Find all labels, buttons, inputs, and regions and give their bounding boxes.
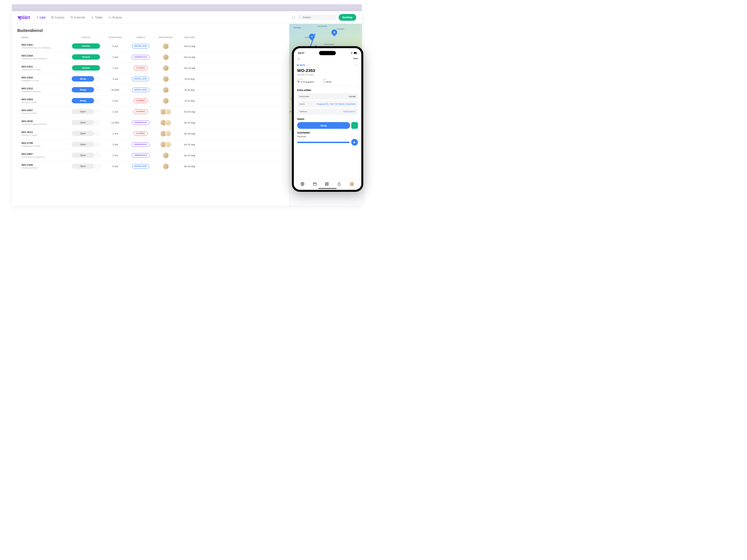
- status-advance-icon[interactable]: →: [95, 98, 100, 103]
- expand-icon[interactable]: [292, 16, 295, 19]
- star-icon[interactable]: ☆: [355, 63, 358, 67]
- status-pill[interactable]: Bezig: [72, 76, 94, 81]
- avatar: [163, 54, 169, 60]
- col-status: STATUS: [68, 36, 104, 38]
- avatar: [165, 119, 171, 126]
- status-pill[interactable]: Open: [72, 142, 94, 147]
- timer-icon[interactable]: [337, 182, 341, 186]
- globe-icon[interactable]: [301, 182, 305, 186]
- nav-tabs: LijstKanbanKalenderTijdlijnAnalyse: [36, 16, 286, 19]
- status-advance-icon[interactable]: →: [95, 142, 100, 147]
- back-button[interactable]: ←: [297, 57, 301, 61]
- backlog-button[interactable]: Backlog: [339, 14, 356, 21]
- table-row[interactable]: WO-2987Onderhoud zonneweringOpen→2 uurON…: [17, 150, 283, 161]
- status-pill[interactable]: Open: [72, 163, 94, 169]
- kalender-icon: [70, 16, 73, 19]
- planned-date: wo 16 aug: [184, 110, 195, 113]
- table-row[interactable]: WO-2339VloerverwarmingOpen→6 uurINSTALLA…: [17, 161, 283, 171]
- status-advance-icon[interactable]: →: [95, 87, 100, 92]
- status-button[interactable]: Bezig: [297, 122, 350, 129]
- row-subtitle: Storing CV ketel: [22, 134, 68, 136]
- status-advance-icon[interactable]: →: [95, 131, 100, 136]
- status-pill[interactable]: Gereed: [72, 44, 100, 49]
- avatar: [163, 152, 169, 158]
- search-box[interactable]: [297, 15, 336, 20]
- svg-point-2: [300, 17, 301, 18]
- analyse-icon: [108, 16, 111, 19]
- status-pill[interactable]: Open: [72, 131, 94, 136]
- table-row[interactable]: WO-2312Installatie zonweringBezig→3u 30m…: [17, 85, 283, 96]
- row-subtitle: Vloerverwarming 1e verdieping: [22, 47, 68, 49]
- table-row[interactable]: WO-2344Installatie CV ketelBezig→2 uurIN…: [17, 74, 283, 85]
- status-pill[interactable]: Open: [72, 120, 94, 125]
- svg-rect-5: [326, 183, 327, 184]
- table-row[interactable]: WO-2987Storing CV ketelOpen→2 uurSTORING…: [17, 106, 283, 117]
- table-row[interactable]: WO-3030Onderhoud waterontharderOpen→1u 3…: [17, 117, 283, 128]
- status-pill[interactable]: Bezig: [72, 98, 94, 103]
- col-plan: GEPLAND: [177, 36, 202, 38]
- avatar: [163, 65, 169, 71]
- avatars: [155, 87, 177, 93]
- next-status-button[interactable]: →: [351, 122, 358, 129]
- map-city: Sneek: [305, 36, 310, 38]
- avatars: [155, 152, 177, 158]
- status-advance-icon[interactable]: →: [95, 76, 100, 81]
- row-title: WO-3030: [22, 119, 68, 123]
- status-advance-icon[interactable]: →: [95, 109, 100, 114]
- status-pill[interactable]: Bezig: [72, 87, 94, 92]
- status-pill[interactable]: Open: [72, 153, 94, 158]
- map-city: Leeuwarden: [317, 25, 328, 27]
- row-title: WO-2312: [22, 87, 68, 90]
- extra-field[interactable]: Telefoon+3161514711: [297, 108, 358, 115]
- label-pill: STORING: [134, 66, 148, 70]
- status-pill[interactable]: Gereed: [72, 65, 100, 71]
- profile-avatar[interactable]: [349, 182, 354, 186]
- table-row[interactable]: WO-2344Onderhoud waterontharderGereed3 u…: [17, 52, 283, 63]
- planned-date: ma 14 aug: [184, 56, 195, 58]
- status-pill[interactable]: Gereed: [72, 54, 100, 60]
- time-label: TIJD: [323, 78, 331, 80]
- label-pill: INSTALLATIE: [132, 164, 149, 168]
- field-key: Klantnaam: [300, 95, 309, 98]
- nav-tab-analyse[interactable]: Analyse: [108, 16, 122, 19]
- table-row[interactable]: WO-2321Onderhoud CV ketelGereed1 uurSTOR…: [17, 63, 283, 74]
- svg-rect-6: [327, 183, 328, 184]
- more-button[interactable]: •••: [354, 57, 358, 61]
- status-advance-icon[interactable]: →: [95, 120, 100, 125]
- planned-date: wo 16 aug: [184, 165, 195, 168]
- table-row[interactable]: WO-2738Onderhoud CV ketelOpen→2 uurONDER…: [17, 139, 283, 150]
- date-label: DATUM: [297, 78, 314, 80]
- topbar: plan LijstKanbanKalenderTijdlijnAnalyse …: [12, 11, 362, 24]
- phone-device: 14:17 ← ••• BEZIG ☆ WO-2353 Storing CV k…: [292, 46, 363, 192]
- search-icon: [300, 16, 301, 19]
- nav-tab-tijdlijn[interactable]: Tijdlijn: [91, 16, 103, 19]
- col-labels: LABELS: [127, 36, 155, 38]
- nav-tab-kalender[interactable]: Kalender: [70, 16, 85, 19]
- avatars: [155, 131, 177, 137]
- table-row[interactable]: WO-2353Storing CV ketelBezig→2 uurSTORIN…: [17, 96, 283, 106]
- label-pill: INSTALLATIE: [132, 44, 149, 49]
- row-subtitle: Onderhoud waterontharder: [22, 123, 68, 126]
- row-title: WO-2738: [22, 141, 68, 144]
- play-button[interactable]: ▶: [351, 139, 358, 145]
- wifi-icon: [351, 52, 353, 54]
- status-advance-icon[interactable]: →: [95, 164, 100, 169]
- row-title: WO-2321: [22, 65, 68, 68]
- avatar: [163, 76, 169, 82]
- search-input[interactable]: [303, 16, 334, 19]
- extra-field[interactable]: AdresHogepad 83, 7462 TB Rijssen, Nederl…: [297, 101, 358, 107]
- nav-tab-lijst[interactable]: Lijst: [36, 16, 46, 19]
- lijst-icon: [36, 16, 38, 19]
- nav-tab-kanban[interactable]: Kanban: [51, 16, 65, 19]
- calendar-nav-icon[interactable]: [313, 182, 317, 186]
- phone-notch: [319, 51, 336, 55]
- status-pill[interactable]: Open: [72, 109, 94, 114]
- estimate: 2 uur: [112, 154, 118, 157]
- avatar: [163, 163, 169, 169]
- status-advance-icon[interactable]: →: [95, 153, 100, 158]
- grid-icon[interactable]: [325, 182, 329, 186]
- table-row[interactable]: WO-2341Vloerverwarming 1e verdiepingGere…: [17, 41, 283, 52]
- avatar: [163, 43, 169, 49]
- kanban-icon: [51, 16, 54, 19]
- table-row[interactable]: WO-3011Storing CV ketelOpen→1 uurSTORING…: [17, 128, 283, 139]
